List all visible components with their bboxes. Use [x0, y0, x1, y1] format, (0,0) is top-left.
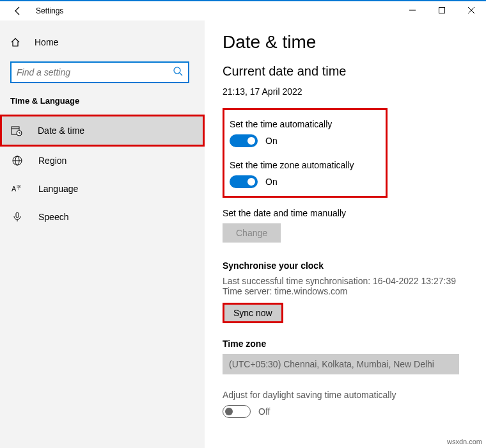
window-title: Settings — [36, 6, 63, 15]
nav-label: Speech — [38, 212, 68, 222]
home-label: Home — [35, 37, 58, 47]
svg-text:字: 字 — [17, 185, 21, 189]
back-button[interactable] — [8, 1, 28, 21]
home-icon — [10, 37, 20, 47]
language-icon: A字 — [10, 183, 24, 195]
watermark: wsxdn.com — [447, 438, 482, 445]
main-content: Date & time Current date and time 21:13,… — [205, 20, 486, 448]
nav-speech[interactable]: Speech — [0, 203, 205, 231]
category-heading: Time & Language — [0, 96, 205, 115]
maximize-button[interactable] — [427, 0, 457, 20]
calendar-clock-icon — [10, 125, 24, 136]
microphone-icon — [10, 211, 24, 223]
nav-region[interactable]: Region — [0, 147, 205, 175]
nav-label: Region — [38, 156, 67, 166]
auto-zone-value: On — [265, 177, 278, 187]
dst-value: Off — [258, 406, 270, 417]
sync-title: Synchronise your clock — [223, 260, 468, 271]
last-sync-text: Last successful time synchronisation: 16… — [223, 276, 468, 286]
auto-time-value: On — [265, 136, 278, 146]
subtitle: Current date and time — [223, 64, 468, 79]
dst-label: Adjust for daylight saving time automati… — [223, 390, 468, 400]
nav-date-time[interactable]: Date & time — [0, 115, 205, 147]
time-server-text: Time server: time.windows.com — [223, 286, 468, 296]
page-title: Date & time — [223, 32, 468, 52]
change-button: Change — [223, 223, 281, 243]
search-box[interactable] — [10, 61, 189, 83]
auto-settings-group: Set the time automatically On Set the ti… — [223, 108, 388, 198]
auto-time-label: Set the time automatically — [230, 119, 377, 129]
svg-rect-1 — [439, 8, 445, 13]
sync-now-button[interactable]: Sync now — [223, 303, 283, 323]
svg-line-5 — [180, 73, 182, 76]
nav-label: Language — [38, 184, 78, 194]
current-datetime: 21:13, 17 April 2022 — [223, 86, 468, 97]
svg-rect-16 — [16, 212, 19, 218]
home-nav[interactable]: Home — [0, 31, 205, 54]
search-icon — [173, 66, 183, 79]
search-input[interactable] — [17, 67, 173, 77]
svg-text:A: A — [12, 185, 17, 193]
auto-zone-toggle[interactable] — [230, 175, 258, 188]
close-button[interactable] — [457, 0, 486, 20]
svg-point-4 — [174, 67, 180, 74]
globe-icon — [10, 155, 24, 166]
minimize-button[interactable] — [398, 0, 427, 20]
auto-zone-label: Set the time zone automatically — [230, 160, 377, 170]
auto-time-toggle[interactable] — [230, 134, 258, 147]
timezone-title: Time zone — [223, 339, 468, 349]
dst-toggle — [223, 405, 251, 418]
timezone-select: (UTC+05:30) Chennai, Kolkata, Mumbai, Ne… — [223, 354, 459, 374]
nav-language[interactable]: A字 Language — [0, 175, 205, 203]
manual-label: Set the date and time manually — [223, 208, 468, 218]
nav-label: Date & time — [38, 125, 84, 136]
sidebar: Home Time & Language Date & time Region — [0, 20, 205, 448]
